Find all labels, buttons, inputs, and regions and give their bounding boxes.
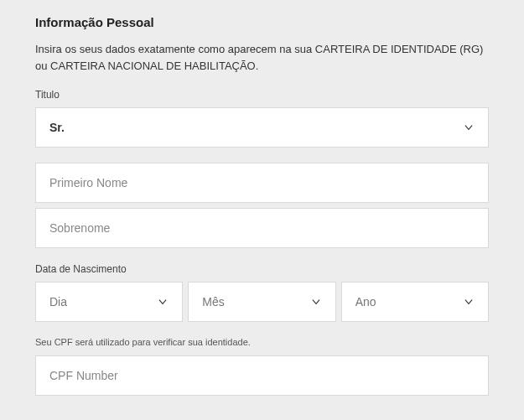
dob-day-value: Dia	[49, 295, 157, 309]
title-select-value: Sr.	[49, 121, 463, 134]
last-name-input[interactable]	[35, 208, 489, 248]
cpf-helper-text: Seu CPF será utilizado para verificar su…	[35, 337, 489, 347]
dob-month-select[interactable]: Mês	[188, 282, 335, 322]
section-description: Insira os seus dados exatamente como apa…	[35, 41, 489, 74]
cpf-input[interactable]	[35, 355, 489, 396]
chevron-down-icon	[463, 296, 475, 308]
title-select[interactable]: Sr.	[35, 107, 489, 148]
dob-month-value: Mês	[202, 295, 309, 309]
first-name-input[interactable]	[35, 163, 489, 203]
chevron-down-icon	[310, 296, 322, 308]
chevron-down-icon	[157, 296, 169, 308]
chevron-down-icon	[463, 122, 475, 133]
dob-day-select[interactable]: Dia	[35, 282, 183, 322]
dob-year-select[interactable]: Ano	[341, 282, 489, 322]
title-label: Titulo	[35, 89, 489, 101]
dob-year-value: Ano	[355, 295, 463, 309]
dob-label: Data de Nascimento	[35, 263, 489, 275]
section-heading: Informação Pessoal	[35, 15, 489, 29]
